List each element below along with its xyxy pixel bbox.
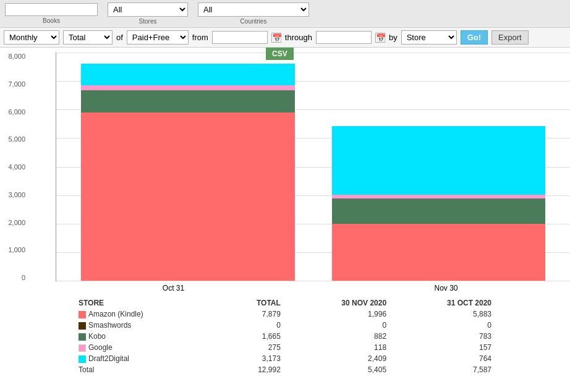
legend-value: 783 [390,331,495,342]
legend-value: 0 [390,320,495,331]
legend-store-name: Kobo [75,331,221,342]
grid-line [56,281,570,281]
legend-value: 275 [221,342,284,353]
y-axis-label: 4,000 [8,163,25,171]
metric-select[interactable]: Total Sales Free [63,30,113,45]
legend-value: 157 [390,342,495,353]
y-axis-label: 3,000 [8,191,25,198]
controls-bar: Monthly Weekly Daily Total Sales Free of… [0,28,570,48]
x-axis-label: Nov 30 [328,284,564,292]
legend-row: Smashwords000 [75,320,495,331]
legend-value: 118 [284,342,390,353]
legend-store-name: Draft2Digital [75,353,221,364]
books-label: Books [43,17,60,24]
stores-label: Stores [139,18,157,25]
chart-inner [56,53,570,281]
countries-label: Countries [240,18,267,25]
legend-row: Total12,9925,4057,587 [75,364,495,375]
by-label: by [389,33,398,42]
bar-segment-amazon [332,224,546,281]
csv-tooltip: CSV [266,48,294,60]
bars-wrapper [56,53,570,281]
legend-header-store: STORE [75,297,221,309]
legend-value: 5,405 [284,364,390,375]
legend-row: Draft2Digital3,1732,409764 [75,353,495,364]
y-axis-label: 8,000 [8,53,25,60]
books-filter-group: Vital Secrets Series Books [5,3,98,24]
legend-table: STORETOTAL30 NOV 202031 OCT 2020 Amazon … [75,297,495,375]
y-axis: 8,0007,0006,0005,0004,0003,0002,0001,000… [0,53,28,281]
legend-value: 5,883 [390,309,495,320]
legend-value: 7,587 [390,364,495,375]
y-axis-label: 7,000 [8,80,25,88]
top-filter-bar: Vital Secrets Series Books All Stores Al… [0,0,570,28]
y-axis-label: 6,000 [8,108,25,116]
through-label: through [285,33,312,42]
bar-segment-kobo [332,198,546,224]
legend-value: 7,879 [221,309,284,320]
countries-select[interactable]: All [198,2,309,17]
legend-store-name: Total [75,364,221,375]
period-select[interactable]: Monthly Weekly Daily [4,30,59,45]
legend-value: 764 [390,353,495,364]
from-calendar-icon[interactable]: 📅 [271,33,281,43]
bar-segment-draft2digital [81,64,295,85]
legend-value: 0 [221,320,284,331]
store-color-swatch [79,311,86,318]
bar-segment-amazon [81,113,295,281]
x-labels: Oct 31Nov 30 [56,281,564,292]
legend-header-30-nov-2020: 30 NOV 2020 [284,297,390,309]
legend-row: Amazon (Kindle)7,8791,9965,883 [75,309,495,320]
legend-store-name: Google [75,342,221,353]
by-select[interactable]: Store Book Country [401,30,457,45]
bar-segment-google [81,85,295,90]
y-axis-label: 5,000 [8,135,25,143]
legend-header-31-oct-2020: 31 OCT 2020 [390,297,495,309]
legend-row: Kobo1,665882783 [75,331,495,342]
legend-header-total: TOTAL [221,297,284,309]
store-color-swatch [79,333,86,341]
bar-segment-draft2digital [332,126,546,195]
books-input[interactable]: Vital Secrets Series [5,3,98,16]
of-label: of [116,33,123,42]
chart-area: 8,0007,0006,0005,0004,0003,0002,0001,000… [0,48,570,292]
go-button[interactable]: Go! [461,30,488,45]
x-axis-label: Oct 31 [56,284,291,292]
bar-group [332,126,546,281]
to-calendar-icon[interactable]: 📅 [375,33,385,43]
to-date-input[interactable]: 11/30/2020 [316,31,372,44]
countries-filter-group: All Countries [198,2,309,25]
legend-value: 1,996 [284,309,390,320]
legend-value: 1,665 [221,331,284,342]
export-button[interactable]: Export [491,30,529,45]
type-select[interactable]: Paid+Free Paid Free [127,30,189,45]
bar-group [81,64,295,281]
store-color-swatch [79,344,86,352]
stores-select[interactable]: All [108,2,188,17]
stores-filter-group: All Stores [108,2,188,25]
legend-row: Google275118157 [75,342,495,353]
legend-value: 0 [284,320,390,331]
legend-value: 12,992 [221,364,284,375]
from-label: from [192,33,208,42]
legend-value: 2,409 [284,353,390,364]
y-axis-label: 1,000 [8,246,25,254]
from-date-input[interactable]: 10/01/2020 [212,31,268,44]
legend-value: 3,173 [221,353,284,364]
y-axis-label: 2,000 [8,219,25,226]
legend-store-name: Smashwords [75,320,221,331]
bar-segment-kobo [81,90,295,113]
legend-value: 882 [284,331,390,342]
store-color-swatch [79,322,86,330]
legend-store-name: Amazon (Kindle) [75,309,221,320]
y-axis-label: 0 [22,274,25,281]
store-color-swatch [79,356,86,363]
